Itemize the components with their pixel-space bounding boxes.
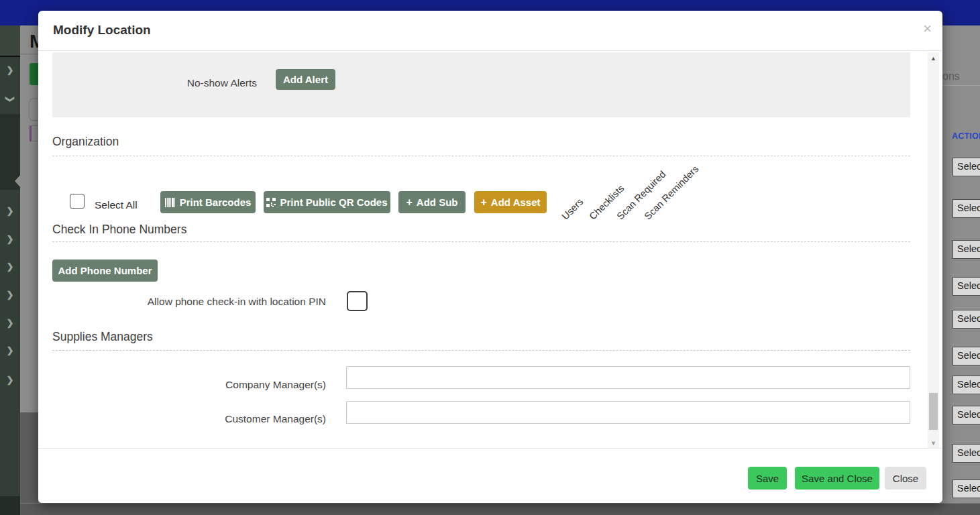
- modal-header: Modify Location ×: [38, 11, 942, 51]
- modal-scrollbar[interactable]: ▲ ▼: [928, 52, 939, 448]
- modal-title: Modify Location: [53, 23, 151, 38]
- screen: ❯ ❯ ❯ ❯ ❯ ❯ ❯ ❯ ❯ M ons ACTIONS Select S…: [0, 0, 980, 515]
- chevron-right-icon[interactable]: ❯: [5, 65, 15, 76]
- modal-footer: Save Save and Close Close: [38, 448, 942, 503]
- print-qr-codes-button[interactable]: Print Public QR Codes: [264, 191, 390, 213]
- print-qr-codes-label: Print Public QR Codes: [280, 196, 387, 208]
- scroll-down-icon[interactable]: ▼: [928, 439, 939, 448]
- chevron-right-icon[interactable]: ❯: [5, 290, 15, 300]
- select-dropdown[interactable]: Select: [952, 479, 980, 498]
- select-dropdown[interactable]: Select: [952, 277, 980, 296]
- customer-managers-label: Customer Manager(s): [52, 413, 326, 425]
- plus-icon: +: [406, 196, 413, 209]
- barcode-icon: [165, 198, 176, 207]
- add-alert-button[interactable]: Add Alert: [276, 69, 335, 90]
- page-search-input-fragment[interactable]: [30, 99, 38, 121]
- select-dropdown[interactable]: Select: [952, 444, 980, 463]
- chevron-right-icon[interactable]: ❯: [5, 234, 15, 245]
- phone-pin-checkbox[interactable]: [347, 291, 368, 311]
- tab-divider: [942, 85, 980, 86]
- add-asset-button[interactable]: + Add Asset: [474, 191, 547, 213]
- select-dropdown[interactable]: Select: [952, 240, 980, 259]
- phone-pin-label: Allow phone check-in with location PIN: [52, 296, 326, 308]
- print-barcodes-button[interactable]: Print Barcodes: [160, 191, 256, 213]
- save-and-close-button[interactable]: Save and Close: [795, 467, 879, 490]
- save-button[interactable]: Save: [748, 467, 787, 490]
- tab-label-fragment[interactable]: ons: [942, 70, 960, 82]
- organization-heading: Organization: [52, 135, 119, 149]
- chevron-down-icon[interactable]: ❯: [5, 94, 15, 105]
- plus-icon: +: [481, 196, 487, 209]
- print-barcodes-label: Print Barcodes: [180, 196, 252, 208]
- add-phone-number-button[interactable]: Add Phone Number: [52, 260, 158, 282]
- chevron-right-icon[interactable]: ❯: [5, 375, 15, 386]
- close-icon[interactable]: ×: [923, 20, 932, 38]
- page-control-fragment[interactable]: [30, 125, 38, 141]
- section-divider: [52, 156, 910, 156]
- chevron-right-icon[interactable]: ❯: [5, 262, 15, 272]
- page-header-divider: [20, 54, 38, 54]
- page-right-strip: ons ACTIONS Select Select Select Select …: [942, 25, 980, 515]
- select-all-checkbox[interactable]: [70, 194, 85, 209]
- scroll-up-icon[interactable]: ▲: [928, 54, 939, 63]
- customer-managers-input[interactable]: [346, 401, 910, 424]
- page-green-button-fragment[interactable]: [30, 63, 38, 85]
- select-all-label: Select All: [95, 199, 138, 211]
- chevron-right-icon[interactable]: ❯: [5, 206, 15, 217]
- section-divider: [52, 241, 910, 242]
- page-gap-strip: M: [20, 25, 38, 515]
- supplies-managers-heading: Supplies Managers: [52, 330, 153, 344]
- add-asset-label: Add Asset: [491, 196, 541, 208]
- select-dropdown[interactable]: Select: [952, 310, 980, 329]
- sidebar: ❯ ❯ ❯ ❯ ❯ ❯ ❯ ❯ ❯: [0, 25, 20, 515]
- chevron-right-icon[interactable]: ❯: [5, 318, 15, 329]
- add-sub-button[interactable]: + Add Sub: [398, 191, 466, 213]
- company-managers-input[interactable]: [346, 366, 910, 389]
- add-sub-label: Add Sub: [417, 196, 458, 208]
- company-managers-label: Company Manager(s): [52, 379, 326, 391]
- qr-code-icon: [266, 198, 276, 207]
- column-label-users: Users: [560, 196, 585, 221]
- select-dropdown[interactable]: Select: [952, 406, 980, 424]
- sidebar-header-block: [0, 25, 20, 57]
- column-label-scan-required: Scan Required: [615, 169, 667, 221]
- check-in-phone-heading: Check In Phone Numbers: [52, 223, 186, 237]
- modify-location-modal: Modify Location × No-show Alerts Add Ale…: [38, 11, 942, 503]
- page-dark-area: [20, 412, 38, 515]
- scrollbar-thumb[interactable]: [929, 393, 938, 430]
- sidebar-footer-block: [0, 496, 20, 515]
- select-dropdown[interactable]: Select: [952, 347, 980, 365]
- page-bottom-area: [20, 503, 980, 515]
- close-button[interactable]: Close: [885, 467, 926, 490]
- section-divider: [52, 350, 910, 351]
- select-dropdown[interactable]: Select: [952, 376, 980, 394]
- select-dropdown[interactable]: Select: [952, 199, 980, 218]
- select-dropdown[interactable]: Select: [952, 158, 980, 176]
- chevron-right-icon[interactable]: ❯: [5, 345, 15, 356]
- actions-column-header: ACTIONS: [952, 131, 980, 141]
- no-show-alerts-label: No-show Alerts: [52, 77, 257, 89]
